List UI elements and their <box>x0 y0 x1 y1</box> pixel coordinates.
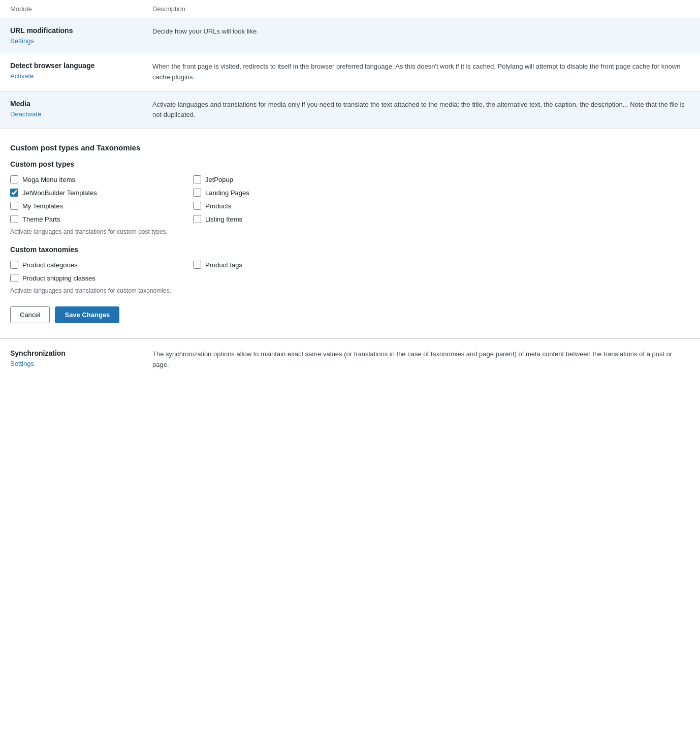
module-row-url-modifications: URL modifications Settings Decide how yo… <box>0 18 700 53</box>
module-row-media: Media Deactivate Activate languages and … <box>0 91 700 130</box>
checkbox-item-product-tags: Product tags <box>193 261 366 269</box>
post-types-subtitle: Custom post types <box>10 160 690 168</box>
label-product-shipping-classes: Product shipping classes <box>22 274 96 282</box>
checkbox-item-listing-items: Listing Items <box>193 215 366 223</box>
label-products: Products <box>205 202 231 210</box>
col-module-header: Module <box>10 5 152 13</box>
deactivate-link-media[interactable]: Deactivate <box>10 110 41 118</box>
checkbox-item-product-shipping: Product shipping classes <box>10 274 183 282</box>
col-description-header: Description <box>152 5 690 13</box>
checkbox-product-shipping-classes[interactable] <box>10 274 18 282</box>
sync-name: Synchronization <box>10 349 152 357</box>
post-types-grid: Mega Menu Items JetPopup JetWooBuilder T… <box>10 175 366 223</box>
module-description: Activate languages and translations for … <box>152 100 690 121</box>
settings-link-sync[interactable]: Settings <box>10 360 34 367</box>
sync-col: Synchronization Settings <box>10 349 152 367</box>
checkbox-my-templates[interactable] <box>10 202 18 210</box>
checkbox-item-theme-parts: Theme Parts <box>10 215 183 223</box>
module-col: Detect browser language Activate <box>10 61 152 80</box>
checkbox-item-my-templates: My Templates <box>10 202 183 210</box>
custom-section-title: Custom post types and Taxonomies <box>10 143 690 152</box>
table-header: Module Description <box>0 0 700 18</box>
checkbox-product-tags[interactable] <box>193 261 201 269</box>
save-changes-button[interactable]: Save Changes <box>55 306 119 323</box>
checkbox-item-product-categories: Product categories <box>10 261 183 269</box>
checkbox-item-mega-menu: Mega Menu Items <box>10 175 183 183</box>
label-mega-menu-items: Mega Menu Items <box>22 176 75 183</box>
module-action: Activate <box>10 72 152 80</box>
module-description: Decide how your URLs will look like. <box>152 26 690 37</box>
label-jetwoobuilder-templates: JetWooBuilder Templates <box>22 189 97 197</box>
button-row: Cancel Save Changes <box>10 306 690 323</box>
taxonomies-grid: Product categories Product tags Product … <box>10 261 366 282</box>
module-description: When the front page is visited, redirect… <box>152 61 690 83</box>
checkbox-item-landing-pages: Landing Pages <box>193 189 366 197</box>
checkbox-mega-menu-items[interactable] <box>10 175 18 183</box>
post-types-hint: Activate languages and translations for … <box>10 228 690 235</box>
label-listing-items: Listing Items <box>205 215 242 223</box>
label-product-tags: Product tags <box>205 261 242 269</box>
sync-row: Synchronization Settings The synchroniza… <box>0 338 700 381</box>
sync-action: Settings <box>10 359 152 367</box>
module-col: Media Deactivate <box>10 100 152 118</box>
module-action: Settings <box>10 37 152 45</box>
taxonomies-hint: Activate languages and translations for … <box>10 287 690 294</box>
checkbox-products[interactable] <box>193 202 201 210</box>
checkbox-item-jetwoobuilder: JetWooBuilder Templates <box>10 189 183 197</box>
checkbox-product-categories[interactable] <box>10 261 18 269</box>
sync-description: The synchronization options allow to mai… <box>152 349 690 370</box>
module-name: Detect browser language <box>10 61 152 70</box>
module-name: Media <box>10 100 152 108</box>
module-name: URL modifications <box>10 26 152 35</box>
checkbox-item-products: Products <box>193 202 366 210</box>
checkbox-listing-items[interactable] <box>193 215 201 223</box>
label-product-categories: Product categories <box>22 261 77 269</box>
checkbox-landing-pages[interactable] <box>193 189 201 197</box>
label-landing-pages: Landing Pages <box>205 189 249 197</box>
module-col: URL modifications Settings <box>10 26 152 45</box>
checkbox-item-jetpopup: JetPopup <box>193 175 366 183</box>
label-theme-parts: Theme Parts <box>22 215 60 223</box>
checkbox-theme-parts[interactable] <box>10 215 18 223</box>
module-action: Deactivate <box>10 110 152 118</box>
taxonomies-subtitle: Custom taxonomies <box>10 245 690 254</box>
label-jetpopup: JetPopup <box>205 176 233 183</box>
settings-link-url[interactable]: Settings <box>10 37 34 45</box>
cancel-button[interactable]: Cancel <box>10 306 50 323</box>
label-my-templates: My Templates <box>22 202 63 210</box>
module-row-detect-browser: Detect browser language Activate When th… <box>0 53 700 91</box>
activate-link-browser[interactable]: Activate <box>10 72 34 80</box>
checkbox-jetwoobuilder-templates[interactable] <box>10 189 18 197</box>
page-wrapper: Module Description URL modifications Set… <box>0 0 700 381</box>
checkbox-jetpopup[interactable] <box>193 175 201 183</box>
